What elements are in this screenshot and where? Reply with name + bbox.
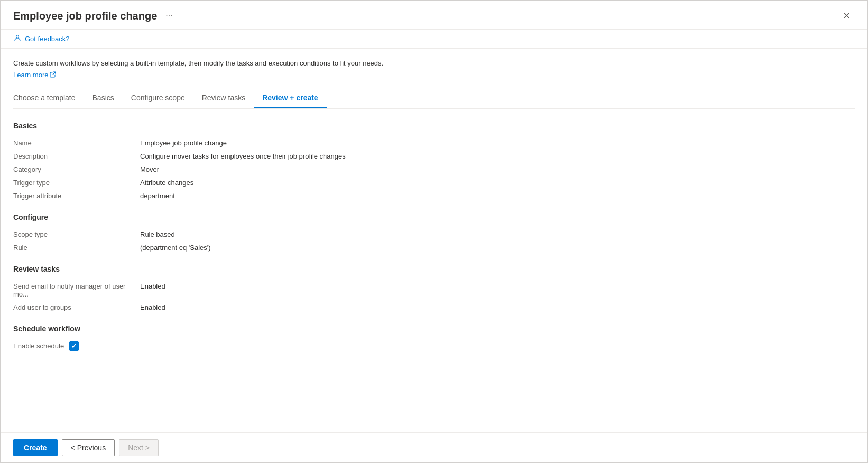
rule-value: (department eq 'Sales')	[140, 241, 855, 254]
more-options-button[interactable]: ···	[162, 10, 176, 22]
dialog-body: Create custom workflows by selecting a b…	[1, 49, 867, 432]
name-label: Name	[13, 136, 140, 150]
tab-configure-scope[interactable]: Configure scope	[123, 89, 193, 108]
trigger-attribute-value: department	[140, 189, 855, 202]
name-value: Employee job profile change	[140, 136, 855, 150]
previous-button[interactable]: < Previous	[62, 439, 115, 456]
external-link-icon	[50, 71, 56, 79]
send-email-label: Send email to notify manager of user mo.…	[13, 280, 140, 301]
feedback-bar: Got feedback?	[1, 30, 867, 49]
configure-section-header: Configure	[13, 213, 855, 221]
dialog-header: Employee job profile change ··· ✕	[1, 1, 867, 30]
scope-type-value: Rule based	[140, 228, 855, 241]
next-button: Next >	[119, 439, 159, 456]
review-tasks-section-header: Review tasks	[13, 265, 855, 273]
add-user-groups-value: Enabled	[140, 301, 855, 314]
dialog-title: Employee job profile change	[13, 10, 157, 22]
description-label: Description	[13, 150, 140, 163]
basics-grid: Name Employee job profile change Descrip…	[13, 136, 855, 202]
feedback-icon	[13, 34, 22, 44]
feedback-link[interactable]: Got feedback?	[25, 35, 70, 43]
review-tasks-grid: Send email to notify manager of user mo.…	[13, 280, 855, 314]
trigger-type-label: Trigger type	[13, 176, 140, 189]
trigger-attribute-label: Trigger attribute	[13, 189, 140, 202]
description-text: Create custom workflows by selecting a b…	[13, 59, 855, 67]
dialog-footer: Create < Previous Next >	[1, 432, 867, 462]
learn-more-link[interactable]: Learn more	[13, 71, 56, 79]
configure-grid: Scope type Rule based Rule (department e…	[13, 228, 855, 254]
learn-more-text: Learn more	[13, 71, 48, 79]
tabs-row: Choose a template Basics Configure scope…	[13, 89, 855, 109]
tab-basics[interactable]: Basics	[84, 89, 123, 108]
trigger-type-value: Attribute changes	[140, 176, 855, 189]
enable-schedule-checkbox[interactable]: ✓	[69, 341, 79, 351]
basics-section-header: Basics	[13, 122, 855, 130]
category-value: Mover	[140, 163, 855, 176]
enable-schedule-label: Enable schedule	[13, 339, 64, 353]
enable-schedule-row: Enable schedule ✓	[13, 339, 855, 353]
add-user-groups-label: Add user to groups	[13, 301, 140, 314]
checkmark-icon: ✓	[71, 342, 77, 350]
tab-choose-template[interactable]: Choose a template	[13, 89, 84, 108]
schedule-section: Schedule workflow Enable schedule ✓	[13, 325, 855, 353]
send-email-value: Enabled	[140, 280, 855, 301]
category-label: Category	[13, 163, 140, 176]
scope-type-label: Scope type	[13, 228, 140, 241]
close-button[interactable]: ✕	[838, 9, 855, 23]
description-value: Configure mover tasks for employees once…	[140, 150, 855, 163]
rule-label: Rule	[13, 241, 140, 254]
schedule-section-header: Schedule workflow	[13, 325, 855, 333]
tab-review-create[interactable]: Review + create	[254, 89, 326, 108]
svg-point-0	[16, 35, 19, 38]
create-button[interactable]: Create	[13, 439, 58, 456]
tab-review-tasks[interactable]: Review tasks	[193, 89, 254, 108]
